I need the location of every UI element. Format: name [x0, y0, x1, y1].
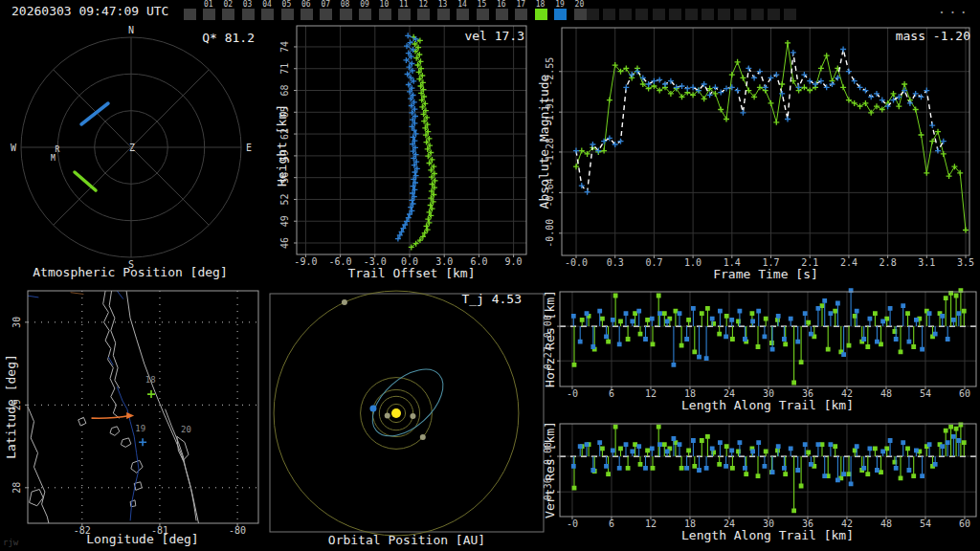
frame-label-01: 01: [204, 0, 213, 9]
horizontal-residuals-chart: -061218243036424854600.00-0.27: [541, 281, 980, 411]
blue-residual-markers: [571, 288, 961, 366]
frame-box-post-7[interactable]: [685, 9, 698, 20]
frame-label-12: 12: [418, 0, 428, 9]
atmospheric-position-chart: NSWEZRM: [0, 23, 268, 281]
frame-box-post-12[interactable]: [768, 9, 780, 20]
light-curve-panel: -0.00.30.71.01.41.72.12.42.83.13.5-2.55-…: [541, 23, 980, 281]
frame-box-post-2[interactable]: [603, 9, 615, 20]
green-station-marker: [147, 390, 155, 398]
frame-label-06: 06: [301, 0, 311, 9]
blue-mag-markers: [573, 47, 947, 195]
x-tick-label: 0.3: [607, 257, 624, 268]
frame-box-20[interactable]: [574, 9, 587, 20]
frame-box-15[interactable]: [477, 9, 489, 20]
orbit-frame: [270, 294, 544, 532]
river-1: [117, 291, 123, 299]
frame-box-14[interactable]: [457, 9, 469, 20]
frame-label-20: 20: [575, 0, 585, 9]
frame-box-02[interactable]: [222, 9, 234, 20]
coastline-8: [121, 438, 130, 448]
frame-box-10[interactable]: [379, 9, 391, 20]
frame-box-post-3[interactable]: [619, 9, 632, 20]
coastline-9: [131, 460, 143, 473]
frame-box-post-11[interactable]: [751, 9, 764, 20]
frame-time-xlabel: Frame Time [s]: [713, 267, 818, 281]
top-toolbar: 20260303 09:47:09 UTC 010203040506070809…: [0, 0, 980, 23]
venus-dot: [410, 413, 415, 419]
frame-box-post-8[interactable]: [702, 9, 714, 20]
longitude-xlabel: Longitude [deg]: [86, 532, 198, 546]
frame-box-05[interactable]: [281, 9, 294, 20]
frame-box-06[interactable]: [301, 9, 313, 20]
frame-label-13: 13: [438, 0, 448, 9]
x-tick-label: -0: [567, 518, 578, 529]
mass-badge: mass -1.20: [896, 29, 970, 43]
frame-box-post-6[interactable]: [669, 9, 681, 20]
frame-box-post-13[interactable]: [784, 9, 796, 20]
coastline-7: [110, 427, 120, 436]
trail-offset-xlabel: Trail Offset [km]: [347, 266, 475, 280]
y-tick-label: 30: [11, 317, 22, 328]
axes: -0.00.30.71.01.41.72.12.42.83.13.5-2.55-…: [545, 28, 974, 268]
frame-box-16[interactable]: [496, 9, 508, 20]
overflow-menu[interactable]: ...: [938, 1, 970, 16]
y-tick-label: -0.00: [545, 219, 555, 248]
frame-box-19[interactable]: [554, 9, 567, 20]
frame-box-03[interactable]: [242, 9, 255, 20]
frame-box-post-1[interactable]: [587, 9, 599, 20]
frame-box-01[interactable]: [203, 9, 215, 20]
frame-label-16: 16: [497, 0, 506, 9]
x-tick-label: 48: [880, 518, 892, 529]
y-tick-label: 46: [279, 237, 290, 249]
frame-box-post-4[interactable]: [635, 9, 648, 20]
compass-north: N: [128, 25, 134, 35]
y-tick-label: 74: [279, 41, 290, 53]
map-station-label-18: 18: [145, 375, 156, 385]
compass-zenith: Z: [129, 143, 135, 153]
frame-box-08[interactable]: [340, 9, 352, 20]
frame-box-18[interactable]: [535, 9, 547, 20]
velocity-badge: vel 17.3: [464, 29, 524, 43]
frame-label-15: 15: [478, 0, 487, 9]
frame-box-12[interactable]: [417, 9, 430, 20]
x-tick-label: 6: [609, 388, 614, 399]
blue-trail-markers: [395, 33, 420, 241]
frame-label-05: 05: [282, 0, 292, 9]
x-tick-label: 3.5: [957, 257, 974, 268]
frame-box-07[interactable]: [320, 9, 332, 20]
x-tick-label: -0: [567, 388, 578, 399]
frame-box-post-10[interactable]: [734, 9, 746, 20]
frame-box-pre[interactable]: [184, 9, 196, 20]
river-2: [28, 296, 38, 298]
x-tick-label: -0.0: [565, 257, 588, 268]
ground-track-map-panel: -82-81-80282930181920 Longitude [deg] La…: [0, 281, 268, 551]
frame-box-17[interactable]: [515, 9, 527, 20]
orbital-position-panel: T_j 4.53 Orbital Position [AU]: [268, 281, 546, 551]
frame-box-09[interactable]: [359, 9, 371, 20]
q-badge: Q* 81.2: [202, 31, 255, 45]
x-tick-label: -80: [229, 525, 246, 536]
y-tick-label: 68: [279, 84, 290, 96]
frame-box-post-5[interactable]: [653, 9, 665, 20]
compass-east: E: [246, 143, 252, 153]
map-station-label-19: 19: [135, 424, 145, 433]
vert-length-xlabel: Length Along Trail [km]: [681, 528, 854, 542]
x-tick-label: 60: [959, 388, 970, 399]
frame-label-18: 18: [536, 0, 546, 9]
frame-box-11[interactable]: [398, 9, 411, 20]
frame-label-02: 02: [223, 0, 233, 9]
latitude-ylabel: Latitude [deg]: [4, 354, 18, 459]
jupiter-dot: [342, 299, 347, 305]
x-tick-label: 1.0: [684, 257, 702, 268]
frame-label-08: 08: [341, 0, 350, 9]
x-tick-label: 3.1: [918, 257, 935, 268]
frame-label-19: 19: [555, 0, 565, 9]
trajectory-arrow-head: [126, 412, 134, 419]
coastline-0: [126, 291, 198, 523]
x-tick-label: 6: [609, 518, 614, 529]
ground-track-map: -82-81-80282930181920: [0, 281, 268, 551]
frame-box-13[interactable]: [437, 9, 450, 20]
frame-box-04[interactable]: [261, 9, 274, 20]
mercury-dot: [385, 412, 390, 418]
frame-box-post-9[interactable]: [718, 9, 730, 20]
